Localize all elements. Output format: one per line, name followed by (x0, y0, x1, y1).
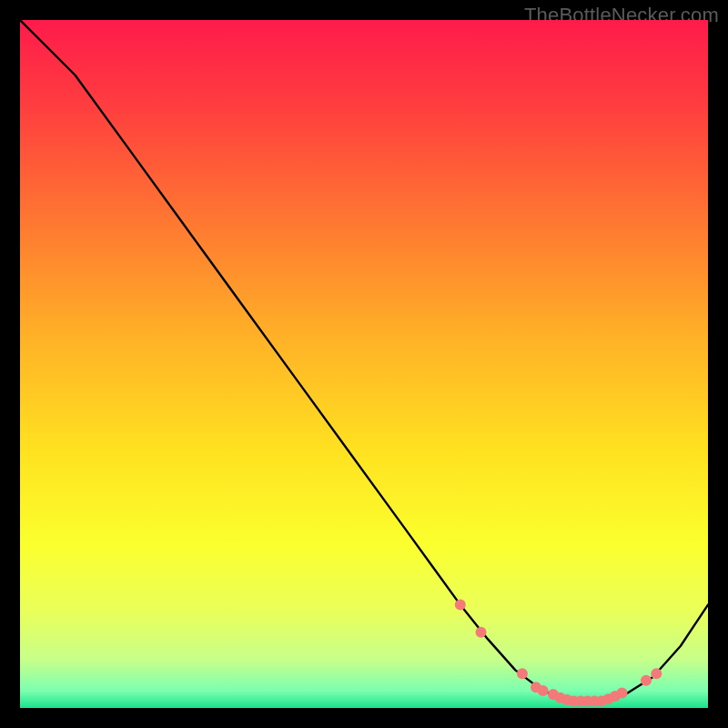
marker-dot (641, 675, 652, 686)
marker-dot (651, 668, 662, 679)
marker-dot (538, 685, 549, 696)
marker-dot (455, 600, 466, 611)
bottleneck-chart (20, 20, 708, 708)
marker-dot (617, 687, 628, 698)
marker-dot (517, 668, 528, 679)
gradient-background (20, 20, 708, 708)
chart-stage: TheBottleNecker.com (0, 0, 728, 728)
marker-dot (476, 627, 487, 638)
